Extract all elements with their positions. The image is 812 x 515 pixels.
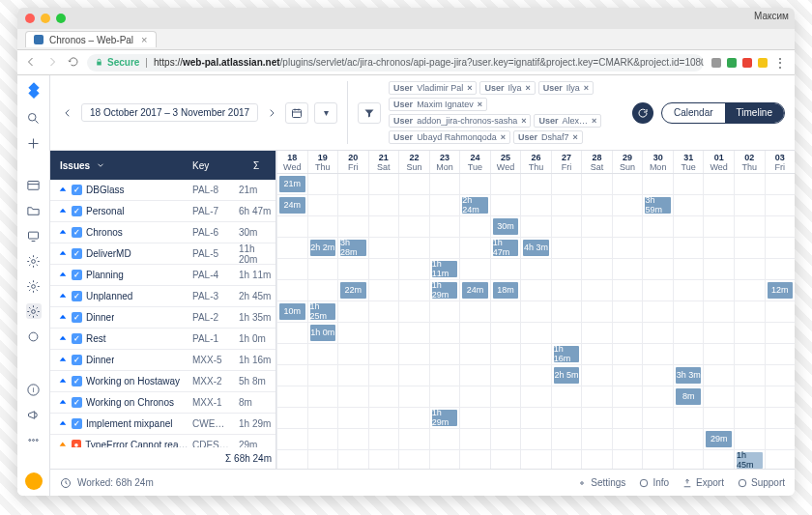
timeline-cell[interactable] [642, 429, 673, 449]
timeline-cell[interactable] [673, 408, 704, 428]
timeline-cell[interactable]: 18m [490, 280, 521, 300]
timeline-cell[interactable] [459, 344, 490, 364]
timeline-cell[interactable] [520, 408, 551, 428]
timeline-cell[interactable] [612, 323, 643, 343]
timeline-cell[interactable] [459, 365, 490, 386]
timeline-cell[interactable] [673, 238, 704, 258]
timeline-cell[interactable] [429, 323, 460, 343]
timeline-cell[interactable] [337, 344, 368, 364]
filter-chip[interactable]: UserIlya× [479, 81, 535, 95]
timeline-cell[interactable] [551, 238, 582, 258]
timeline-cell[interactable] [398, 344, 429, 364]
timeline-cell[interactable] [368, 259, 399, 279]
timeline-cell[interactable]: 1h 0m [307, 323, 338, 343]
timeline-cell[interactable] [398, 408, 429, 428]
timeline-cell[interactable] [520, 429, 551, 449]
timeline-cell[interactable] [703, 386, 734, 407]
settings-link[interactable]: Settings [577, 477, 625, 488]
calendar-view-button[interactable]: Calendar [662, 103, 725, 123]
timeline-cell[interactable] [581, 238, 612, 258]
timeline-cell[interactable] [551, 301, 582, 322]
timeline-cell[interactable] [337, 323, 368, 343]
timeline-cell[interactable] [490, 344, 521, 364]
timeline-cell[interactable] [368, 195, 399, 215]
issue-row[interactable]: ✓ChronosPAL-630m [50, 222, 276, 243]
next-range-button[interactable] [264, 105, 279, 121]
timeline-cell[interactable] [429, 344, 460, 364]
timeline-cell[interactable] [459, 238, 490, 258]
refresh-button[interactable] [632, 102, 653, 124]
close-dot-icon[interactable] [25, 14, 35, 23]
worklog-block[interactable]: 29m [706, 431, 732, 447]
timeline-cell[interactable]: 1h 16m [551, 344, 582, 364]
timeline-cell[interactable] [429, 450, 460, 469]
omnibox[interactable]: Secure | https://web-pal.atlassian.net/p… [87, 54, 704, 72]
timeline-cell[interactable] [673, 280, 704, 300]
timeline-cell[interactable] [703, 259, 734, 279]
timeline-cell[interactable] [337, 216, 368, 237]
timeline-cell[interactable] [459, 301, 490, 322]
timeline-cell[interactable] [642, 238, 673, 258]
timeline-cell[interactable] [276, 408, 307, 428]
prev-range-button[interactable] [60, 105, 75, 121]
settings-selected-icon[interactable] [26, 303, 42, 319]
timeline-cell[interactable] [398, 280, 429, 300]
remove-filter-icon[interactable]: × [592, 116, 596, 126]
timeline-cell[interactable] [368, 429, 399, 449]
timeline-cell[interactable] [520, 450, 551, 469]
timeline-cell[interactable]: 3h 3m [673, 365, 704, 386]
timeline-cell[interactable] [734, 280, 765, 300]
filter-chip[interactable]: UserDshaf7× [513, 130, 583, 144]
timeline-cell[interactable] [337, 259, 368, 279]
worklog-block[interactable]: 1h 16m [554, 346, 580, 362]
worklog-block[interactable]: 3h 59m [645, 197, 671, 214]
timeline-cell[interactable] [490, 365, 521, 386]
issue-row[interactable]: ✓RestPAL-11h 0m [50, 329, 276, 350]
timeline-cell[interactable] [581, 429, 612, 449]
timeline-cell[interactable] [581, 408, 612, 428]
issue-row[interactable]: ✓UnplannedPAL-32h 45m [50, 286, 276, 307]
filter-chip[interactable]: UserVladimir Pal× [389, 81, 477, 95]
folder-icon[interactable] [26, 203, 42, 218]
ext-icon[interactable] [758, 58, 768, 68]
timeline-cell[interactable] [673, 259, 704, 279]
timeline-cell[interactable] [703, 344, 734, 364]
timeline-cell[interactable] [765, 344, 796, 364]
help-icon[interactable]: i [26, 382, 42, 397]
timeline-cell[interactable]: 1h 29m [429, 408, 460, 428]
timeline-cell[interactable] [765, 195, 796, 215]
timeline-cell[interactable] [703, 216, 734, 237]
timeline-cell[interactable] [520, 174, 551, 194]
timeline-cell[interactable] [642, 216, 673, 237]
timeline-cell[interactable] [612, 238, 643, 258]
gear-outline-icon[interactable] [26, 329, 42, 344]
timeline-cell[interactable] [337, 386, 368, 407]
avatar[interactable] [25, 472, 43, 490]
timeline-cell[interactable] [612, 344, 643, 364]
worklog-block[interactable]: 1h 45m [737, 452, 763, 469]
issue-row[interactable]: ✓DeliverMDPAL-511h 20m [50, 243, 276, 265]
worklog-block[interactable]: 24m [279, 197, 305, 214]
worklog-block[interactable]: 1h 0m [310, 325, 336, 341]
timeline-cell[interactable] [490, 429, 521, 449]
minimize-dot-icon[interactable] [41, 14, 50, 23]
timeline-cell[interactable] [307, 195, 338, 215]
timeline-cell[interactable]: 4h 3m [520, 238, 551, 258]
export-link[interactable]: Export [682, 477, 724, 488]
timeline-cell[interactable] [581, 216, 612, 237]
timeline-cell[interactable] [307, 365, 338, 386]
timeline-cell[interactable] [337, 174, 368, 194]
timeline-cell[interactable] [673, 195, 704, 215]
worklog-block[interactable]: 24m [462, 282, 488, 299]
worklog-block[interactable]: 3h 3m [676, 367, 702, 384]
timeline-cell[interactable]: 3h 59m [642, 195, 673, 215]
timeline-cell[interactable] [307, 429, 338, 449]
timeline-cell[interactable] [459, 259, 490, 279]
weeks-menu-button[interactable]: ▾ [314, 102, 337, 124]
timeline-cell[interactable] [734, 301, 765, 322]
board-icon[interactable] [26, 178, 42, 193]
timeline-cell[interactable] [703, 408, 734, 428]
timeline-cell[interactable] [368, 408, 399, 428]
timeline-cell[interactable] [459, 386, 490, 407]
screen-icon[interactable] [26, 228, 42, 243]
